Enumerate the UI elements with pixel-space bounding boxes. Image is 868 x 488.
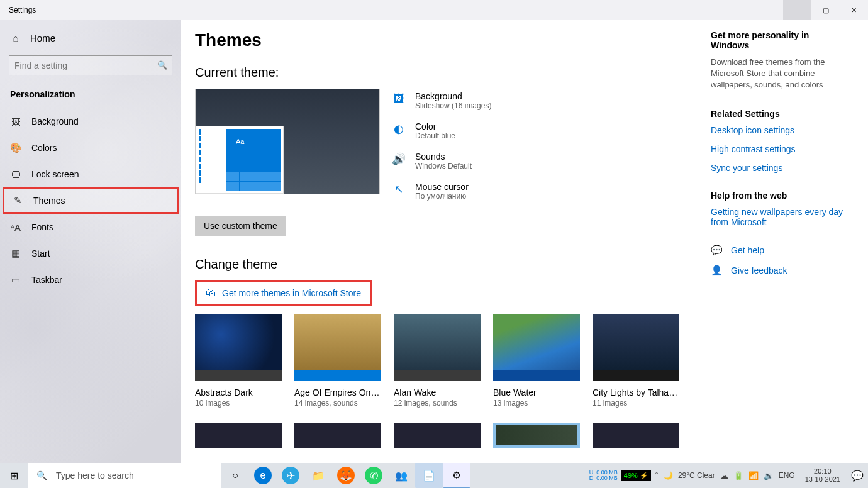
give-feedback-link[interactable]: 👤 Give feedback [711, 265, 849, 276]
power-icon[interactable]: 🔋 [733, 471, 743, 480]
theme-preview[interactable]: Aa [195, 89, 380, 194]
page-title: Themes [195, 30, 711, 50]
taskbar: ⊞ 🔍 Type here to search ○ e ✈ 📁 🦊 ✆ 👥 📄 … [0, 463, 868, 488]
theme-card[interactable]: City Lights by Talha Tariq 11 images [593, 314, 679, 408]
theme-meta: 13 images [493, 399, 580, 408]
attr-sub: Windows Default [415, 162, 472, 170]
sidebar-item-label: Start [31, 248, 50, 258]
start-button[interactable]: ⊞ [0, 463, 28, 488]
preview-aa: Aa [226, 129, 281, 145]
theme-card-partial[interactable] [294, 423, 381, 448]
sidebar-item-colors[interactable]: 🎨 Colors [0, 135, 181, 161]
get-more-themes-link[interactable]: 🛍 Get more themes in Microsoft Store [195, 280, 372, 306]
taskbar-search[interactable]: 🔍 Type here to search [28, 463, 221, 488]
attr-title: Mouse cursor [415, 182, 469, 192]
get-help-link[interactable]: 💬 Get help [711, 245, 849, 256]
use-custom-theme-button[interactable]: Use custom theme [195, 216, 286, 236]
close-button[interactable]: ✕ [840, 0, 868, 20]
maximize-button[interactable]: ▢ [811, 0, 840, 20]
theme-name: Alan Wake [394, 387, 481, 397]
clock[interactable]: 20:10 13-10-2021 [799, 467, 847, 484]
whatsapp-icon[interactable]: ✆ [365, 467, 382, 484]
theme-card[interactable]: Age Of Empires Online 14 images, sounds [294, 314, 381, 408]
cortana-icon[interactable]: ○ [221, 463, 249, 488]
picture-icon: 🖼 [391, 91, 406, 106]
attr-sounds[interactable]: 🔊 Sounds Windows Default [391, 152, 491, 170]
sidebar: ⌂ Home 🔍 Personalization 🖼 Background 🎨 … [0, 20, 181, 463]
teams-icon[interactable]: 👥 [387, 463, 415, 488]
weather-text[interactable]: 29°C Clear [678, 471, 715, 480]
firefox-icon[interactable]: 🦊 [337, 467, 355, 484]
sidebar-item-background[interactable]: 🖼 Background [0, 108, 181, 135]
sidebar-item-taskbar[interactable]: ▭ Taskbar [0, 267, 181, 293]
onedrive-icon[interactable]: ☁ [720, 471, 728, 480]
attr-background[interactable]: 🖼 Background Slideshow (16 images) [391, 91, 491, 110]
sidebar-item-themes[interactable]: ✎ Themes [3, 187, 179, 214]
taskbar-search-placeholder: Type here to search [56, 470, 134, 480]
right-panel: Get more personality in Windows Download… [711, 30, 862, 463]
attr-cursor[interactable]: ↖ Mouse cursor По умолчанию [391, 182, 491, 201]
theme-card-partial[interactable] [593, 423, 679, 448]
action-center-icon[interactable]: 💬 [847, 463, 868, 488]
person-icon: 👤 [711, 265, 721, 276]
theme-thumb [394, 314, 481, 381]
titlebar: Settings — ▢ ✕ [0, 0, 868, 20]
theme-card[interactable]: Abstracts Dark 10 images [195, 314, 282, 408]
minimize-button[interactable]: — [783, 0, 811, 20]
volume-icon[interactable]: 🔉 [764, 471, 774, 480]
personality-body: Download free themes from the Microsoft … [711, 57, 849, 91]
section-label: Personalization [0, 83, 181, 108]
home-nav[interactable]: ⌂ Home [0, 24, 181, 52]
attr-title: Sounds [415, 152, 472, 162]
theme-card-partial-selected[interactable] [493, 423, 580, 448]
sidebar-item-lockscreen[interactable]: 🖵 Lock screen [0, 161, 181, 187]
give-feedback-label: Give feedback [731, 265, 787, 275]
clock-time: 20:10 [805, 467, 840, 475]
attr-title: Background [415, 91, 491, 101]
theme-thumb [195, 314, 282, 381]
chevron-up-icon[interactable]: ˄ [655, 471, 659, 480]
search-icon: 🔍 [36, 470, 47, 480]
related-link-desktop-icons[interactable]: Desktop icon settings [711, 125, 849, 135]
sidebar-item-label: Taskbar [31, 275, 62, 285]
language-indicator[interactable]: ENG [779, 471, 795, 480]
change-theme-heading: Change theme [195, 257, 711, 272]
help-web-link[interactable]: Getting new wallpapers every day from Mi… [711, 207, 849, 227]
home-icon: ⌂ [10, 32, 21, 43]
wifi-icon[interactable]: 📶 [748, 471, 759, 480]
sidebar-item-label: Lock screen [31, 169, 79, 179]
battery-indicator[interactable]: 49% ⚡ [621, 470, 651, 481]
related-link-sync[interactable]: Sync your settings [711, 163, 849, 173]
cursor-icon: ↖ [391, 182, 406, 197]
theme-name: Blue Water [493, 387, 580, 397]
net-meter[interactable]: U: 0.00 MB D: 0.00 MB [589, 470, 618, 481]
search-wrap: 🔍 [9, 55, 172, 75]
color-icon: ◐ [391, 121, 406, 136]
sidebar-item-fonts[interactable]: AA Fonts [0, 214, 181, 240]
sidebar-item-label: Colors [31, 143, 57, 153]
attr-sub: Slideshow (16 images) [415, 101, 491, 110]
theme-card[interactable]: Alan Wake 12 images, sounds [394, 314, 481, 408]
telegram-icon[interactable]: ✈ [282, 467, 299, 484]
theme-name: City Lights by Talha Tariq [593, 387, 679, 397]
lockscreen-icon: 🖵 [10, 169, 21, 180]
taskbar-icon: ▭ [10, 274, 21, 286]
sidebar-item-start[interactable]: ▦ Start [0, 240, 181, 267]
theme-meta: 11 images [593, 399, 679, 408]
theme-meta: 14 images, sounds [294, 399, 381, 408]
file-explorer-icon[interactable]: 📁 [304, 463, 332, 488]
sidebar-item-label: Fonts [31, 222, 53, 232]
window-controls: — ▢ ✕ [783, 0, 868, 20]
related-link-high-contrast[interactable]: High contrast settings [711, 144, 849, 154]
clock-date: 13-10-2021 [805, 475, 840, 484]
settings-icon[interactable]: ⚙ [443, 463, 470, 488]
edge-icon[interactable]: e [254, 467, 272, 484]
theme-card-partial[interactable] [195, 423, 282, 448]
attr-color[interactable]: ◐ Color Default blue [391, 121, 491, 140]
word-icon[interactable]: 📄 [415, 463, 443, 488]
theme-card[interactable]: Blue Water 13 images [493, 314, 580, 408]
theme-card-partial[interactable] [394, 423, 481, 448]
theme-name: Age Of Empires Online [294, 387, 381, 397]
related-settings-title: Related Settings [711, 109, 849, 119]
search-input[interactable] [9, 55, 172, 75]
